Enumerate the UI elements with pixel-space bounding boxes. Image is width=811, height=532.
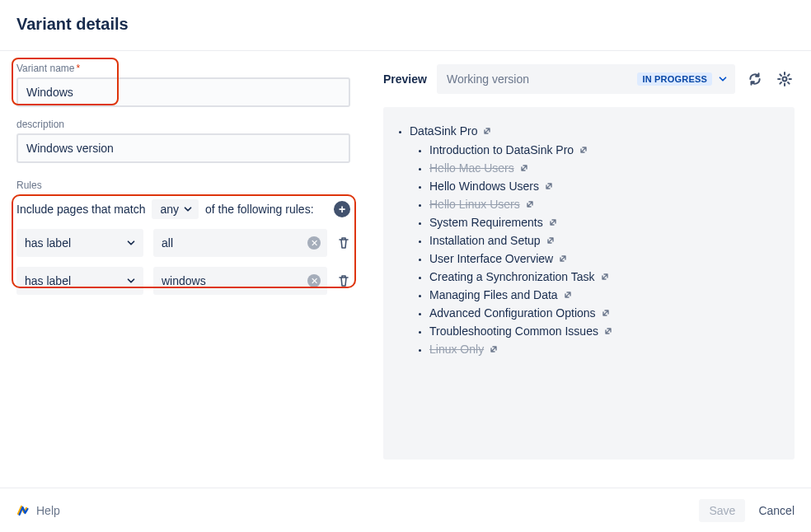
page-link[interactable]: System Requirements [429, 216, 558, 229]
tree-item: Linux Only [429, 340, 788, 358]
external-link-icon [546, 236, 556, 245]
page-link[interactable]: Creating a Synchronization Task [429, 270, 610, 283]
page-link[interactable]: User Interface Overview [429, 252, 568, 265]
rule-value-input[interactable]: windows✕ [153, 267, 327, 295]
tree-item: Troubleshooting Common Issues [429, 322, 788, 340]
tree-item: User Interface Overview [429, 250, 788, 268]
refresh-button[interactable] [745, 69, 765, 89]
required-asterisk: * [76, 63, 80, 74]
external-link-icon [482, 126, 492, 136]
external-link-icon [525, 199, 535, 209]
rules-sentence: Include pages that match any of the foll… [16, 199, 314, 219]
tree-item: Advanced Configuration Options [429, 304, 788, 322]
save-button[interactable]: Save [699, 499, 745, 522]
description-input[interactable] [16, 133, 350, 163]
tree-item: Installation and Setup [429, 231, 788, 250]
help-link[interactable]: Help [16, 504, 60, 517]
tree-item: System Requirements [429, 213, 788, 231]
tree-root: DataSink Pro Introduction to DataSink Pr… [410, 122, 788, 361]
rule-value-input[interactable]: all✕ [153, 229, 327, 257]
external-link-icon [544, 181, 554, 191]
description-label: description [16, 119, 350, 130]
modal-footer: Help Save Cancel [0, 488, 811, 532]
page-link[interactable]: Troubleshooting Common Issues [429, 324, 613, 338]
page-link[interactable]: DataSink Pro [410, 124, 492, 138]
help-icon [16, 504, 30, 517]
rule-condition-select[interactable]: has label [16, 267, 143, 295]
preview-panel: Preview Working version IN PROGRESS [383, 63, 795, 488]
settings-button[interactable] [775, 69, 795, 89]
chevron-down-icon [182, 203, 194, 215]
cancel-button[interactable]: Cancel [758, 504, 795, 517]
page-link[interactable]: Advanced Configuration Options [429, 306, 611, 320]
modal-content: Variant name* description Rules Include … [0, 50, 811, 488]
variant-name-label: Variant name* [16, 63, 350, 74]
tree-item: Hello Mac Users [429, 159, 788, 177]
version-name: Working version [447, 72, 529, 86]
chevron-down-icon [125, 275, 137, 287]
page-tree: DataSink Pro Introduction to DataSink Pr… [390, 122, 788, 361]
clear-icon[interactable]: ✕ [307, 274, 321, 287]
external-link-icon [601, 308, 611, 318]
variant-details-modal: Variant details Variant name* descriptio… [0, 0, 811, 532]
trash-icon[interactable] [337, 236, 350, 250]
modal-title: Variant details [0, 0, 811, 50]
page-link[interactable]: Hello Mac Users [429, 161, 529, 175]
preview-header: Preview Working version IN PROGRESS [383, 64, 795, 94]
external-link-icon [548, 217, 558, 227]
tree-item: Hello Windows Users [429, 177, 788, 195]
external-link-icon [519, 163, 529, 173]
rule-row: has labelwindows✕ [16, 267, 350, 295]
preview-label: Preview [383, 72, 427, 86]
page-link[interactable]: Managing Files and Data [429, 288, 573, 301]
tree-item: Managing Files and Data [429, 286, 788, 304]
page-link[interactable]: Installation and Setup [429, 234, 556, 247]
rule-row: has labelall✕ [16, 229, 350, 257]
rule-condition-select[interactable]: has label [16, 229, 143, 257]
gear-icon [777, 72, 792, 86]
chevron-down-icon [125, 237, 137, 249]
version-select[interactable]: Working version IN PROGRESS [437, 64, 735, 94]
variant-name-input[interactable] [16, 77, 350, 107]
external-link-icon [563, 290, 573, 300]
external-link-icon [603, 326, 613, 336]
add-rule-button[interactable]: + [334, 201, 350, 217]
page-link[interactable]: Linux Only [429, 343, 499, 356]
tree-item: Creating a Synchronization Task [429, 268, 788, 286]
external-link-icon [558, 254, 568, 264]
tree-item: Introduction to DataSink Pro [429, 141, 788, 159]
external-link-icon [600, 272, 610, 282]
external-link-icon [489, 344, 499, 354]
external-link-icon [579, 145, 588, 155]
status-badge: IN PROGRESS [637, 72, 712, 86]
clear-icon[interactable]: ✕ [307, 236, 321, 250]
page-link[interactable]: Introduction to DataSink Pro [429, 143, 588, 156]
form-panel: Variant name* description Rules Include … [16, 63, 350, 488]
refresh-icon [748, 72, 762, 86]
page-link[interactable]: Hello Linux Users [429, 198, 535, 211]
rules-header-row: Include pages that match any of the foll… [16, 199, 350, 219]
rules-label: Rules [16, 180, 350, 191]
match-mode-select[interactable]: any [152, 199, 199, 219]
preview-body: DataSink Pro Introduction to DataSink Pr… [383, 107, 795, 460]
page-link[interactable]: Hello Windows Users [429, 180, 554, 193]
chevron-down-icon [717, 73, 729, 85]
trash-icon[interactable] [337, 274, 350, 287]
tree-item: Hello Linux Users [429, 195, 788, 213]
